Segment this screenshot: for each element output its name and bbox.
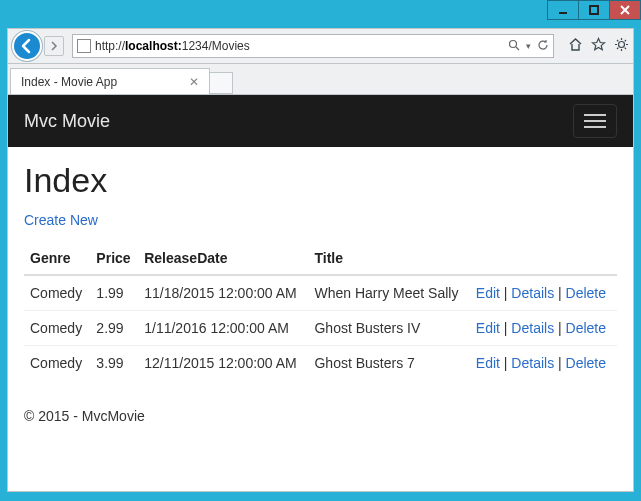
cell-price: 3.99 bbox=[90, 346, 138, 381]
table-row: Comedy3.9912/11/2015 12:00:00 AMGhost Bu… bbox=[24, 346, 617, 381]
browser-tab[interactable]: Index - Movie App ✕ bbox=[10, 68, 210, 94]
cell-genre: Comedy bbox=[24, 275, 90, 311]
cell-release: 11/18/2015 12:00:00 AM bbox=[138, 275, 308, 311]
delete-link[interactable]: Delete bbox=[566, 355, 606, 371]
new-tab-button[interactable] bbox=[209, 72, 233, 94]
create-new-link[interactable]: Create New bbox=[24, 212, 98, 228]
svg-line-5 bbox=[516, 47, 519, 50]
search-icon[interactable] bbox=[508, 39, 520, 54]
details-link[interactable]: Details bbox=[511, 285, 554, 301]
page-viewport: Mvc Movie Index Create New Genre Price R… bbox=[7, 94, 634, 492]
svg-point-6 bbox=[619, 42, 625, 48]
edit-link[interactable]: Edit bbox=[476, 285, 500, 301]
cell-price: 2.99 bbox=[90, 311, 138, 346]
edit-link[interactable]: Edit bbox=[476, 320, 500, 336]
forward-button[interactable] bbox=[44, 36, 64, 56]
svg-line-13 bbox=[617, 48, 618, 49]
cell-actions: Edit | Details | Delete bbox=[470, 275, 617, 311]
cell-genre: Comedy bbox=[24, 311, 90, 346]
tools-icon[interactable] bbox=[614, 37, 629, 55]
col-release: ReleaseDate bbox=[138, 242, 308, 275]
address-text: http://localhost:1234/Movies bbox=[95, 39, 508, 53]
delete-link[interactable]: Delete bbox=[566, 320, 606, 336]
app-brand[interactable]: Mvc Movie bbox=[24, 111, 110, 132]
details-link[interactable]: Details bbox=[511, 355, 554, 371]
svg-point-4 bbox=[510, 40, 517, 47]
window-minimize-button[interactable] bbox=[547, 0, 579, 20]
col-actions bbox=[470, 242, 617, 275]
browser-toolbar: http://localhost:1234/Movies ▾ bbox=[7, 28, 634, 64]
svg-line-12 bbox=[625, 48, 626, 49]
cell-title: Ghost Busters IV bbox=[308, 311, 469, 346]
movies-table: Genre Price ReleaseDate Title Comedy1.99… bbox=[24, 242, 617, 380]
cell-genre: Comedy bbox=[24, 346, 90, 381]
table-row: Comedy1.9911/18/2015 12:00:00 AMWhen Har… bbox=[24, 275, 617, 311]
window-close-button[interactable] bbox=[609, 0, 641, 20]
address-bar[interactable]: http://localhost:1234/Movies ▾ bbox=[72, 34, 554, 58]
tab-close-icon[interactable]: ✕ bbox=[179, 75, 199, 89]
page-title: Index bbox=[24, 161, 617, 200]
search-dropdown-icon[interactable]: ▾ bbox=[526, 41, 531, 51]
back-button[interactable] bbox=[12, 31, 42, 61]
cell-actions: Edit | Details | Delete bbox=[470, 346, 617, 381]
table-row: Comedy2.991/11/2016 12:00:00 AMGhost Bus… bbox=[24, 311, 617, 346]
browser-tabstrip: Index - Movie App ✕ bbox=[7, 64, 634, 94]
tab-title: Index - Movie App bbox=[21, 75, 117, 89]
app-navbar: Mvc Movie bbox=[8, 95, 633, 147]
cell-actions: Edit | Details | Delete bbox=[470, 311, 617, 346]
page-icon bbox=[77, 39, 91, 53]
details-link[interactable]: Details bbox=[511, 320, 554, 336]
hamburger-icon bbox=[584, 120, 606, 122]
delete-link[interactable]: Delete bbox=[566, 285, 606, 301]
col-price: Price bbox=[90, 242, 138, 275]
col-title: Title bbox=[308, 242, 469, 275]
cell-release: 1/11/2016 12:00:00 AM bbox=[138, 311, 308, 346]
window-titlebar bbox=[0, 0, 641, 28]
svg-rect-1 bbox=[590, 6, 598, 14]
favorites-icon[interactable] bbox=[591, 37, 606, 55]
col-genre: Genre bbox=[24, 242, 90, 275]
window-maximize-button[interactable] bbox=[578, 0, 610, 20]
table-header-row: Genre Price ReleaseDate Title bbox=[24, 242, 617, 275]
svg-line-14 bbox=[625, 40, 626, 41]
cell-price: 1.99 bbox=[90, 275, 138, 311]
svg-line-11 bbox=[617, 40, 618, 41]
refresh-icon[interactable] bbox=[537, 39, 549, 54]
page-footer: © 2015 - MvcMovie bbox=[24, 408, 617, 424]
menu-toggle-button[interactable] bbox=[573, 104, 617, 138]
cell-title: Ghost Busters 7 bbox=[308, 346, 469, 381]
edit-link[interactable]: Edit bbox=[476, 355, 500, 371]
cell-release: 12/11/2015 12:00:00 AM bbox=[138, 346, 308, 381]
cell-title: When Harry Meet Sally bbox=[308, 275, 469, 311]
home-icon[interactable] bbox=[568, 37, 583, 55]
